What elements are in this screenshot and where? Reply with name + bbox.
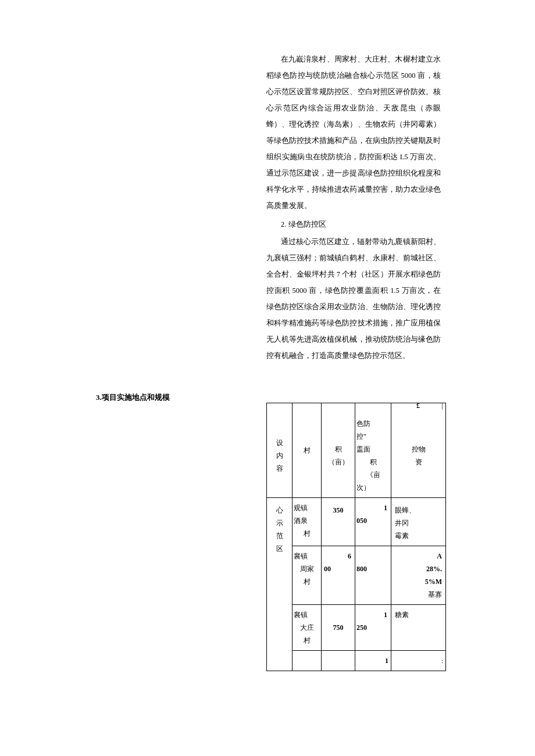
cell-area: 750	[322, 605, 355, 651]
table-row: 心 示 范 区 观镇 酒泉 村 350 1 050	[267, 498, 446, 546]
cell-cover: 1	[355, 651, 391, 671]
section-heading-3: 3.项目实施地点和规模	[96, 392, 170, 403]
cell-village	[293, 651, 322, 671]
document-page: 在九嶻淯泉村、周家村、大庄村、木樨村建立水稻绿色防控与统防统治融合核心示范区 5…	[0, 0, 535, 756]
cell-material: 糖素	[391, 605, 446, 651]
scale-table: 设 内 容 村 积 （亩） 色防 控" 盖面 积	[266, 403, 446, 671]
cell-material: 眼蜂、 井冈 霉素	[391, 498, 446, 546]
paragraph-1: 在九嶻淯泉村、周家村、大庄村、木樨村建立水稻绿色防控与统防统治融合核心示范区 5…	[266, 51, 441, 214]
cell-cover: 800	[355, 546, 391, 605]
section-heading-2: 2. 绿色防控区	[266, 216, 441, 232]
cell-area: 6 00	[322, 546, 355, 605]
table-row: 1 :	[267, 651, 446, 671]
cell-cover: 1 250	[355, 605, 391, 651]
right-column: 在九嶻淯泉村、周家村、大庄村、木樨村建立水稻绿色防控与统防统治融合核心示范区 5…	[266, 51, 441, 364]
col-head-2: 村	[293, 403, 322, 498]
cell-village: 观镇 酒泉 村	[293, 498, 322, 546]
table-row: 设 内 容 村 积 （亩） 色防 控" 盖面 积	[267, 403, 446, 498]
cell-village: 襄镇 大庄 村	[293, 605, 322, 651]
cell-area	[322, 651, 355, 671]
cell-material: A 28%. 5%M 基寡	[391, 546, 446, 605]
cell-cover: 1 050	[355, 498, 391, 546]
cell-group: 心 示 范 区	[267, 498, 293, 671]
col-head-3: 积 （亩）	[322, 403, 355, 498]
col-head-4: 色防 控" 盖面 积 《亩 次）	[355, 403, 391, 498]
table-row: 襄镇 周家 村 6 00 800 A 28%. 5%M 基寡	[267, 546, 446, 605]
cell-village: 襄镇 周家 村	[293, 546, 322, 605]
paragraph-2: 通过核心示范区建立，辐射带动九鹿镇新阳村、九襄镇三强村；前城镇白鹤村、永康村、前…	[266, 234, 441, 364]
col-head-5: 控物 资	[391, 403, 446, 498]
table-row: 襄镇 大庄 村 750 1 250 糖素	[267, 605, 446, 651]
cell-area: 350	[322, 498, 355, 546]
col-head-1: 设 内 容	[267, 403, 293, 498]
mark-bar: |	[442, 402, 443, 410]
cell-material: :	[391, 651, 446, 671]
mark-pound: £	[416, 402, 420, 410]
table-container: £ | 设 内 容 村	[266, 403, 445, 671]
